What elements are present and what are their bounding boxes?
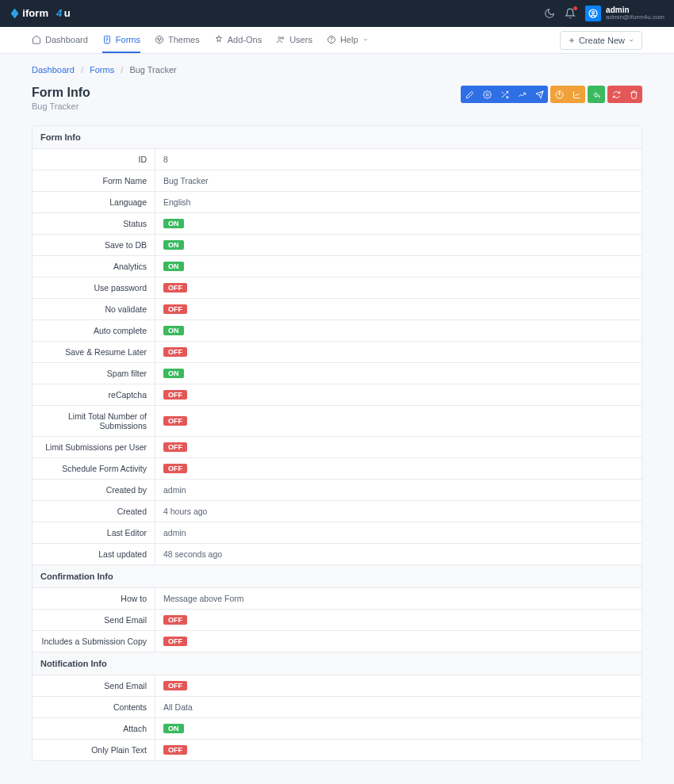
svg-point-10 bbox=[278, 36, 281, 39]
row-status: StatusON bbox=[33, 213, 641, 235]
nav-forms[interactable]: Forms bbox=[102, 27, 140, 53]
notification-dot bbox=[573, 6, 577, 10]
shuffle-button[interactable] bbox=[496, 86, 513, 103]
row-limit-user: Limit Submissions per UserOFF bbox=[33, 437, 641, 458]
svg-point-8 bbox=[160, 38, 162, 40]
create-new-button[interactable]: Create New bbox=[560, 31, 642, 50]
avatar bbox=[585, 6, 601, 21]
addons-button[interactable] bbox=[513, 86, 530, 103]
nav-themes[interactable]: Themes bbox=[155, 27, 200, 53]
svg-text:u: u bbox=[64, 7, 71, 19]
nav-help[interactable]: Help bbox=[327, 27, 369, 53]
row-recaptcha: reCaptchaOFF bbox=[33, 384, 641, 406]
share-button[interactable] bbox=[588, 86, 605, 103]
user-menu[interactable]: admin admin@iform4u.com bbox=[585, 6, 664, 21]
status-badge: ON bbox=[163, 326, 184, 335]
row-conf-send-email: Send EmailOFF bbox=[33, 610, 641, 631]
submissions-button[interactable] bbox=[550, 86, 568, 103]
row-spam-filter: Spam filterON bbox=[33, 363, 641, 384]
chevron-down-icon bbox=[628, 37, 634, 44]
row-limit-total: Limit Total Number of SubmissionsOFF bbox=[33, 406, 641, 437]
svg-point-6 bbox=[156, 36, 163, 43]
nav-addons[interactable]: Add-Ons bbox=[214, 27, 262, 53]
status-badge: OFF bbox=[163, 416, 187, 426]
status-badge: OFF bbox=[163, 615, 187, 625]
status-badge: OFF bbox=[163, 681, 187, 690]
topbar: iform4u admin admin@iform4u.com bbox=[0, 0, 674, 27]
status-badge: OFF bbox=[163, 745, 187, 755]
row-last-editor: Last Editoradmin bbox=[33, 522, 641, 544]
nav-forms-label: Forms bbox=[116, 35, 140, 44]
section-confirmation: Confirmation Info bbox=[33, 565, 641, 588]
row-save-resume: Save & Resume LaterOFF bbox=[33, 342, 641, 363]
section-form-info: Form Info bbox=[33, 126, 641, 149]
status-badge: ON bbox=[163, 369, 184, 378]
user-email: admin@iform4u.com bbox=[606, 14, 664, 21]
status-badge: ON bbox=[163, 262, 184, 271]
page-subtitle: Bug Tracker bbox=[32, 101, 90, 111]
row-last-updated: Last updated48 seconds ago bbox=[33, 544, 641, 565]
row-plain-text: Only Plain TextOFF bbox=[33, 740, 641, 760]
row-use-password: Use passwordOFF bbox=[33, 277, 641, 299]
status-badge: OFF bbox=[163, 347, 187, 357]
svg-point-7 bbox=[158, 38, 159, 40]
nav-dashboard-label: Dashboard bbox=[45, 35, 88, 44]
dark-mode-icon[interactable] bbox=[544, 8, 555, 19]
status-badge: ON bbox=[163, 240, 184, 250]
action-toolbar bbox=[461, 86, 642, 103]
row-no-validate: No validateOFF bbox=[33, 299, 641, 320]
create-new-label: Create New bbox=[579, 36, 625, 45]
nav-dashboard[interactable]: Dashboard bbox=[32, 27, 88, 53]
chevron-down-icon bbox=[362, 36, 369, 43]
row-how-to: How toMessage above Form bbox=[33, 588, 641, 610]
nav-help-label: Help bbox=[340, 35, 358, 44]
svg-point-13 bbox=[331, 41, 332, 42]
row-id: ID8 bbox=[33, 149, 641, 170]
row-includes-copy: Includes a Submission CopyOFF bbox=[33, 631, 641, 652]
info-card: Form Info ID8 Form NameBug Tracker Langu… bbox=[32, 125, 642, 761]
delete-button[interactable] bbox=[625, 86, 642, 103]
status-badge: OFF bbox=[163, 283, 187, 293]
nav-addons-label: Add-Ons bbox=[228, 35, 262, 44]
status-badge: OFF bbox=[163, 304, 187, 314]
row-contents: ContentsAll Data bbox=[33, 697, 641, 718]
status-badge: OFF bbox=[163, 637, 187, 646]
status-badge: OFF bbox=[163, 390, 187, 400]
breadcrumb-forms[interactable]: Forms bbox=[90, 65, 114, 75]
svg-point-14 bbox=[486, 94, 488, 96]
analytics-button[interactable] bbox=[568, 86, 585, 103]
brand-logo[interactable]: iform4u bbox=[10, 6, 101, 21]
svg-text:4: 4 bbox=[56, 7, 63, 19]
svg-text:iform: iform bbox=[22, 7, 48, 19]
status-badge: OFF bbox=[163, 464, 187, 473]
breadcrumb-dashboard[interactable]: Dashboard bbox=[32, 65, 75, 75]
notifications-icon[interactable] bbox=[565, 8, 576, 19]
nav-themes-label: Themes bbox=[168, 35, 200, 44]
row-created: Created4 hours ago bbox=[33, 501, 641, 522]
plus-icon bbox=[568, 36, 576, 44]
breadcrumb: Dashboard / Forms / Bug Tracker bbox=[32, 65, 642, 75]
row-notif-send-email: Send EmailOFF bbox=[33, 675, 641, 697]
edit-button[interactable] bbox=[461, 86, 478, 103]
page-title: Form Info bbox=[32, 86, 90, 100]
row-schedule: Schedule Form ActivityOFF bbox=[33, 458, 641, 480]
row-attach: AttachON bbox=[33, 718, 641, 740]
breadcrumb-current: Bug Tracker bbox=[129, 65, 176, 75]
section-notification: Notification Info bbox=[33, 652, 641, 675]
settings-button[interactable] bbox=[478, 86, 496, 103]
nav-users-label: Users bbox=[289, 35, 312, 44]
row-language: LanguageEnglish bbox=[33, 192, 641, 213]
refresh-button[interactable] bbox=[607, 86, 625, 103]
svg-point-9 bbox=[159, 40, 160, 41]
row-form-name: Form NameBug Tracker bbox=[33, 170, 641, 192]
status-badge: ON bbox=[163, 724, 184, 733]
row-analytics: AnalyticsON bbox=[33, 256, 641, 277]
status-badge: OFF bbox=[163, 442, 187, 452]
publish-button[interactable] bbox=[530, 86, 548, 103]
nav-users[interactable]: Users bbox=[276, 27, 312, 53]
row-save-db: Save to DBON bbox=[33, 235, 641, 256]
row-auto-complete: Auto completeON bbox=[33, 320, 641, 342]
svg-point-11 bbox=[281, 36, 284, 39]
svg-point-4 bbox=[592, 12, 595, 14]
status-badge: ON bbox=[163, 219, 184, 228]
